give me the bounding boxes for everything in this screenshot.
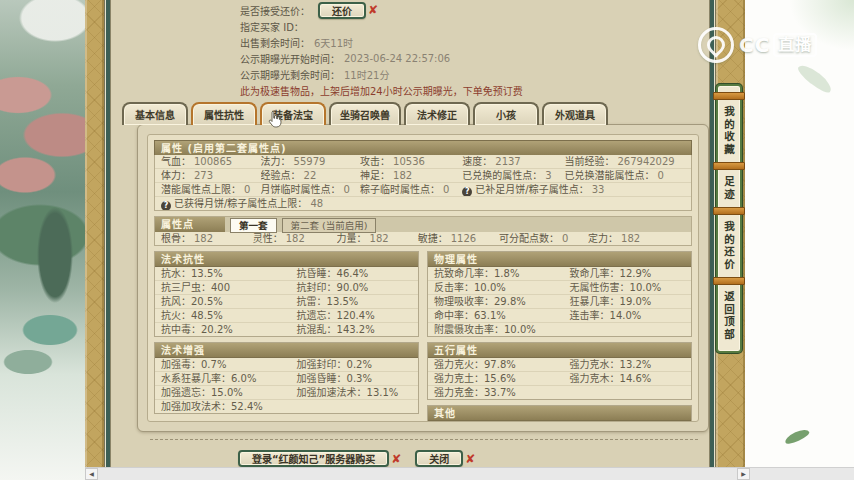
tab-label: 外观道具: [555, 107, 595, 122]
hand-cursor-icon: [268, 110, 282, 132]
detail-tab[interactable]: 坐骑召唤兽: [329, 102, 401, 125]
stat-text: 加强加速法术：13.1%: [297, 386, 412, 399]
stat-text: 狂暴几率：19.0%: [570, 295, 685, 308]
sale-remaining-value: 6天11时: [314, 35, 353, 50]
side-nav-entry: 我的收藏: [718, 90, 740, 160]
stat-pair-row: 抗致命几率：1.8%致命几率：12.9%: [428, 267, 691, 280]
five-elements-rows: 强力克火：97.8%强力克水：13.2%强力克土：15.6%强力克木：14.6%…: [428, 358, 691, 399]
close-button[interactable]: 关闭: [415, 450, 463, 467]
right-column: 物理属性 抗致命几率：1.8%致命几率：12.9%反击率：10.0%无属性伤害：…: [427, 251, 692, 422]
stat-value: 0: [344, 184, 350, 195]
detail-tab[interactable]: 属性抗性: [191, 102, 257, 125]
tab-label: 法术修正: [417, 107, 457, 122]
magic-resist-rows: 抗水：13.5%抗昏睡：46.4%抗三尸虫：400抗封印：90.0%抗风：20.…: [155, 267, 418, 336]
stat-text: [570, 386, 685, 399]
stat-pair-row: 抗三尸虫：400抗封印：90.0%: [155, 280, 418, 294]
page: 是否接受还价： 还价 ✘ 指定买家 ID： 出售剩余时间： 6天11时 公示期曝…: [0, 0, 854, 480]
detail-tab[interactable]: 基本信息: [122, 102, 188, 125]
stat-text: 抗雷：13.5%: [297, 295, 412, 308]
stat-cell: 粽子临时属性点：0: [360, 183, 462, 196]
stat-cell: 灵性：182: [253, 232, 337, 245]
cc-logo-text: CC 直播: [739, 33, 817, 57]
stat-value: 182: [621, 233, 640, 244]
footer-buttons: 登录“红颜知己”服务器购买 ✘ 关闭 ✘: [238, 450, 475, 467]
points-tab-set2[interactable]: 第二套 (当前启用): [282, 218, 377, 233]
exposure-start-label: 公示期曝光开始时间：: [240, 51, 340, 66]
scroll-right-button[interactable]: ▶: [737, 468, 750, 480]
stat-value: 273: [194, 170, 213, 181]
login-buy-button[interactable]: 登录“红颜知己”服务器购买: [238, 450, 389, 467]
stat-text: [570, 323, 685, 336]
exposure-remaining-value: 11时21分: [344, 67, 389, 82]
stat-text: 致命几率：12.9%: [570, 267, 685, 280]
detail-tab[interactable]: 外观道具: [542, 102, 608, 125]
stat-cell: 神足：182: [360, 169, 462, 182]
side-nav-item[interactable]: 返回顶部: [722, 287, 736, 345]
stat-text: [297, 400, 412, 413]
stat-label: 攻击：: [360, 156, 390, 167]
stat-text: 抗中毒：20.2%: [161, 323, 297, 336]
stat-cell: 根骨：182: [161, 232, 253, 245]
five-elements-title: 五行属性: [428, 343, 691, 358]
stat-value: 182: [286, 233, 305, 244]
stat-value: 48: [310, 198, 323, 209]
side-nav-entry: 足迹: [718, 160, 740, 205]
stat-text: 抗风：20.5%: [161, 295, 297, 308]
stat-text: 水系狂暴几率：6.0%: [161, 372, 297, 385]
scroll-left-button[interactable]: ◀: [85, 468, 98, 480]
other-rows: 反震率：9.9%: [428, 421, 691, 422]
stat-text: 加强昏睡：0.3%: [297, 372, 412, 385]
stat-cell: 已兑换潜能属性点：0: [564, 169, 685, 182]
stat-label: 体力：: [161, 170, 191, 181]
scroll-frame-left: [85, 0, 104, 480]
red-cross-mark: ✘: [465, 453, 475, 465]
stat-label: 气血：: [161, 156, 191, 167]
stat-value: 182: [194, 233, 213, 244]
stat-pair-row: 命中率：63.1%连击率：14.0%: [428, 308, 691, 322]
question-icon[interactable]: ?: [462, 187, 472, 196]
stat-text: 加强遗忘：15.0%: [161, 386, 297, 399]
detail-tab[interactable]: 法术修正: [404, 102, 470, 125]
attr-row-3: 潜能属性点上限：0 月饼临时属性点：0 粽子临时属性点：0 ?已补足月饼/粽子属…: [155, 182, 691, 196]
magic-resist-box: 法术抗性 抗水：13.5%抗昏睡：46.4%抗三尸虫：400抗封印：90.0%抗…: [154, 251, 419, 337]
side-nav-item[interactable]: 我的收藏: [722, 102, 736, 160]
side-nav-item[interactable]: 足迹: [722, 172, 736, 205]
question-icon[interactable]: ?: [161, 201, 171, 210]
attribute-points-title: 属性点: [155, 217, 225, 232]
cc-text-badge: 直播: [773, 33, 817, 57]
accept-counteroffer-row: 是否接受还价： 还价 ✘: [240, 2, 523, 18]
stat-value: 1126: [451, 233, 476, 244]
stat-cell: ?已补足月饼/粽子属性点：33: [462, 183, 685, 196]
horizontal-scrollbar[interactable]: ◀ ▶: [85, 467, 854, 480]
attribute-points-row: 根骨：182灵性：182力量：182敏捷：1126可分配点数：0定力：182: [154, 232, 692, 246]
detail-tab[interactable]: 小孩: [473, 102, 539, 125]
side-nav-item[interactable]: 我的还价: [722, 217, 736, 275]
red-cross-mark: ✘: [391, 453, 401, 465]
accept-counteroffer-label: 是否接受还价：: [240, 3, 310, 18]
stat-text: 附震慑攻击率：10.0%: [434, 323, 570, 336]
stat-label: 已兑换潜能属性点：: [564, 170, 654, 181]
stat-cell: 经验点：22: [261, 169, 361, 182]
attributes-panel: 属性 (启用第二套属性点) 气血：100865法力：55979攻击：10536速…: [137, 124, 709, 432]
base-attributes-rows: 气血：100865法力：55979攻击：10536速度：2137当前经验：267…: [154, 155, 692, 211]
detail-columns: 法术抗性 抗水：13.5%抗昏睡：46.4%抗三尸虫：400抗封印：90.0%抗…: [154, 251, 692, 422]
scroll-clasp-decor: [713, 92, 745, 100]
left-column: 法术抗性 抗水：13.5%抗昏睡：46.4%抗三尸虫：400抗封印：90.0%抗…: [154, 251, 419, 422]
stat-pair-row: 强力克火：97.8%强力克水：13.2%: [428, 358, 691, 371]
stat-text: 连击率：14.0%: [570, 309, 685, 322]
stat-label: 力量：: [337, 233, 367, 244]
stat-text: 强力克金：33.7%: [434, 386, 570, 399]
stat-text: 抗三尸虫：400: [161, 281, 297, 294]
stat-text: 加强加攻法术：52.4%: [161, 400, 297, 413]
physical-title: 物理属性: [428, 252, 691, 267]
counteroffer-button[interactable]: 还价: [318, 2, 366, 19]
sale-info: 是否接受还价： 还价 ✘ 指定买家 ID： 出售剩余时间： 6天11时 公示期曝…: [240, 2, 523, 100]
stat-text: 强力克火：97.8%: [434, 358, 570, 371]
dashed-divider: [150, 439, 698, 440]
frame-stripes-right: [708, 0, 716, 480]
sale-remaining-row: 出售剩余时间： 6天11时: [240, 34, 523, 50]
physical-box: 物理属性 抗致命几率：1.8%致命几率：12.9%反击率：10.0%无属性伤害：…: [427, 251, 692, 337]
stat-label: 法力：: [261, 156, 291, 167]
magic-enhance-rows: 加强毒：0.7%加强封印：0.2%水系狂暴几率：6.0%加强昏睡：0.3%加强遗…: [155, 358, 418, 413]
points-tab-set1[interactable]: 第一套: [230, 218, 277, 233]
